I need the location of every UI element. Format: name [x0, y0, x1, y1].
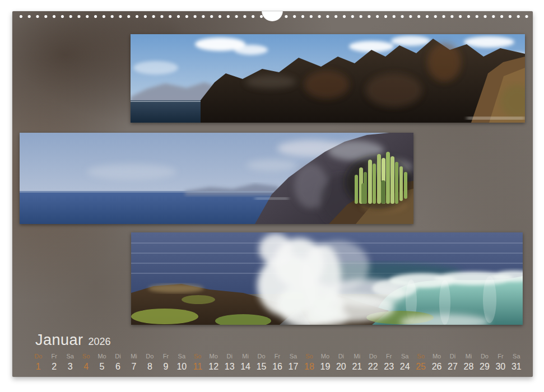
year-label: 2026 — [89, 336, 111, 347]
day-number: 27 — [445, 362, 461, 372]
day-number: 12 — [206, 362, 221, 372]
day-abbrev: Mi — [238, 353, 253, 360]
day-number: 29 — [477, 362, 492, 372]
day-number: 25 — [413, 362, 429, 372]
day-abbrev: Di — [333, 353, 349, 360]
day-abbrev: Mo — [317, 353, 333, 360]
day-number: 11 — [190, 362, 206, 372]
day-abbrev: Fr — [492, 353, 508, 360]
day-abbrev: Do — [253, 353, 269, 360]
day-abbrev: So — [301, 353, 317, 360]
day-abbrev: Do — [30, 353, 46, 360]
day-abbrev: Do — [142, 353, 157, 360]
calendar-cell: Mo5 — [94, 353, 110, 372]
day-abbrev: Fr — [46, 353, 62, 360]
calendar-cell: Fr23 — [381, 353, 397, 372]
calendar-cell: Mo26 — [429, 353, 444, 372]
day-abbrev: Mi — [126, 353, 142, 360]
day-number: 16 — [269, 362, 285, 372]
calendar-cell: Sa24 — [397, 353, 412, 372]
day-number: 18 — [301, 362, 317, 372]
calendar-cell: So4 — [78, 353, 94, 372]
day-abbrev: Di — [445, 353, 461, 360]
day-abbrev: Sa — [62, 353, 78, 360]
calendar-cell: Do1 — [30, 353, 46, 372]
calendar-title: Januar2026 — [35, 332, 533, 349]
month-label: Januar — [35, 332, 83, 348]
calendar-cell: Sa17 — [285, 353, 301, 372]
calendar-cell: Do8 — [142, 353, 157, 372]
day-number: 24 — [397, 362, 412, 372]
calendar-cell: Do22 — [365, 353, 381, 372]
calendar-cell: Di13 — [221, 353, 237, 372]
day-number: 3 — [62, 362, 78, 372]
photo-bottom-waves — [131, 232, 523, 325]
day-number: 15 — [253, 362, 269, 372]
day-abbrev: Mo — [429, 353, 444, 360]
calendar-cell: Fr30 — [492, 353, 508, 372]
calendar-cell: Di20 — [333, 353, 349, 372]
day-number: 22 — [365, 362, 381, 372]
calendar-cell: Di27 — [445, 353, 461, 372]
day-number: 14 — [238, 362, 253, 372]
photo-middle-cliffs-cactus-image — [20, 133, 413, 224]
day-abbrev: Fr — [269, 353, 285, 360]
calendar-cell: Mi14 — [238, 353, 253, 372]
day-number: 30 — [492, 362, 508, 372]
calendar-cell: Do29 — [477, 353, 492, 372]
day-number: 6 — [110, 362, 125, 372]
calendar-cell: So25 — [413, 353, 429, 372]
calendar-page: Januar2026 Do1Fr2Sa3So4Mo5Di6Mi7Do8Fr9Sa… — [12, 11, 533, 377]
photo-top-cliffs — [131, 34, 525, 123]
calendar-cell: Mo19 — [317, 353, 333, 372]
day-abbrev: Mo — [206, 353, 221, 360]
photo-bottom-waves-image — [131, 232, 523, 325]
calendar-cell: Do15 — [253, 353, 269, 372]
day-number: 7 — [126, 362, 142, 372]
day-number: 26 — [429, 362, 444, 372]
day-number: 23 — [381, 362, 397, 372]
calendar-cell: So11 — [190, 353, 206, 372]
day-number: 10 — [174, 362, 189, 372]
day-abbrev: Sa — [174, 353, 189, 360]
day-number: 31 — [509, 362, 524, 372]
day-abbrev: Sa — [397, 353, 412, 360]
day-number: 28 — [461, 362, 476, 372]
day-number: 5 — [94, 362, 110, 372]
calendar-cell: Sa10 — [174, 353, 189, 372]
photo-middle-cliffs-cactus — [20, 133, 413, 224]
day-number: 13 — [221, 362, 237, 372]
day-number: 20 — [333, 362, 349, 372]
calendar-cell: Sa31 — [509, 353, 524, 372]
day-abbrev: So — [413, 353, 429, 360]
calendar-cell: Mi21 — [349, 353, 365, 372]
calendar-cell: Di6 — [110, 353, 125, 372]
calendar-cell: Fr9 — [158, 353, 174, 372]
calendar-cell: Fr16 — [269, 353, 285, 372]
day-abbrev: Do — [365, 353, 381, 360]
day-abbrev: Di — [221, 353, 237, 360]
calendar-cell: Fr2 — [46, 353, 62, 372]
day-abbrev: Fr — [381, 353, 397, 360]
day-abbrev: Fr — [158, 353, 174, 360]
day-number: 2 — [46, 362, 62, 372]
calendar-cell: Mo12 — [206, 353, 221, 372]
day-number: 1 — [30, 362, 46, 372]
day-abbrev: So — [78, 353, 94, 360]
calendar-row: Do1Fr2Sa3So4Mo5Di6Mi7Do8Fr9Sa10So11Mo12D… — [30, 353, 524, 372]
day-number: 19 — [317, 362, 333, 372]
day-number: 8 — [142, 362, 157, 372]
day-number: 17 — [285, 362, 301, 372]
day-abbrev: Mo — [94, 353, 110, 360]
day-abbrev: Sa — [285, 353, 301, 360]
day-abbrev: Mi — [461, 353, 476, 360]
calendar-cell: Mi28 — [461, 353, 476, 372]
day-abbrev: So — [190, 353, 206, 360]
day-abbrev: Do — [477, 353, 492, 360]
calendar-cell: So18 — [301, 353, 317, 372]
calendar-cell: Mi7 — [126, 353, 142, 372]
day-abbrev: Di — [110, 353, 125, 360]
calendar-strip: Januar2026 Do1Fr2Sa3So4Mo5Di6Mi7Do8Fr9Sa… — [12, 332, 533, 372]
day-number: 21 — [349, 362, 365, 372]
day-abbrev: Mi — [349, 353, 365, 360]
